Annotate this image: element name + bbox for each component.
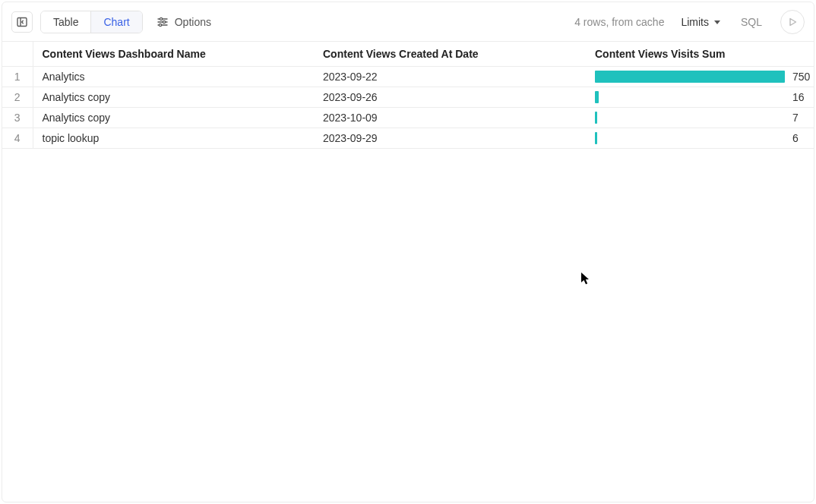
tab-chart[interactable]: Chart [90,11,141,33]
svg-marker-9 [790,18,796,25]
status-rows-text: 4 rows, from cache [574,16,664,28]
options-label: Options [175,16,211,28]
cell-dashboard-name: Analytics [33,67,314,87]
cell-dashboard-name: Analytics copy [33,87,314,108]
cell-dashboard-name: topic lookup [33,128,314,149]
table-row[interactable]: 2Analytics copy2023-09-2616 [2,87,814,108]
cell-visits-sum: 6 [586,128,814,149]
cell-dashboard-name: Analytics copy [33,108,314,128]
row-index: 3 [2,108,33,128]
sliders-icon [157,16,169,28]
row-index: 2 [2,87,33,108]
bar-value: 7 [792,112,799,124]
cell-visits-sum: 16 [586,87,814,108]
cell-created-at: 2023-10-09 [314,108,586,128]
play-icon [787,17,798,27]
panel-left-icon [16,16,28,28]
sidebar-toggle-button[interactable] [11,11,33,33]
svg-point-7 [159,24,161,26]
column-header-dashboard-name[interactable]: Content Views Dashboard Name [33,42,314,67]
column-header-created-at[interactable]: Content Views Created At Date [314,42,586,67]
limits-label: Limits [681,16,709,28]
sql-button[interactable]: SQL [736,11,767,33]
cell-visits-sum: 750 [586,67,814,87]
bar-value: 6 [792,132,799,144]
bar-track [595,132,785,144]
bar-track [595,91,785,103]
bar-value: 16 [792,91,805,103]
svg-marker-8 [714,20,720,24]
column-header-index[interactable] [2,42,33,67]
svg-point-5 [163,20,165,23]
cell-created-at: 2023-09-29 [314,128,586,149]
bar-fill [595,112,597,124]
table-row[interactable]: 3Analytics copy2023-10-097 [2,108,814,128]
results-table: Content Views Dashboard Name Content Vie… [2,42,814,149]
table-row[interactable]: 1Analytics2023-09-22750 [2,67,814,87]
column-header-visits-sum[interactable]: Content Views Visits Sum [586,42,814,67]
bar-track [595,71,785,83]
cell-created-at: 2023-09-26 [314,87,586,108]
bar-value: 750 [792,71,810,83]
cell-created-at: 2023-09-22 [314,67,586,87]
bar-track [595,112,785,124]
view-tab-group: Table Chart [40,11,143,33]
caret-down-icon [713,18,721,26]
cell-visits-sum: 7 [586,108,814,128]
row-index: 4 [2,128,33,149]
svg-point-3 [160,17,162,20]
table-row[interactable]: 4topic lookup2023-09-296 [2,128,814,149]
tab-table[interactable]: Table [41,11,90,33]
options-button[interactable]: Options [150,11,217,33]
bar-fill [595,71,785,83]
row-index: 1 [2,67,33,87]
bar-fill [595,91,599,103]
run-button[interactable] [780,10,805,34]
limits-dropdown-button[interactable]: Limits [678,11,724,33]
bar-fill [595,132,597,144]
